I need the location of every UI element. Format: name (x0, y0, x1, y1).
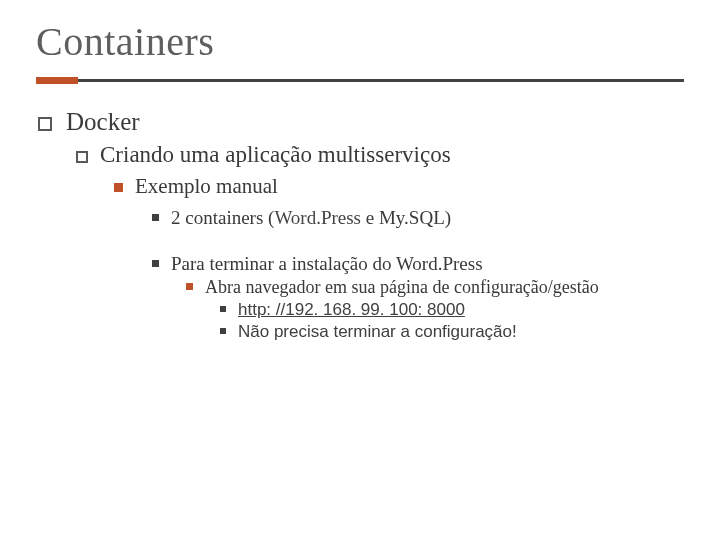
bullet-level4: 2 containers (Word.Press e My.SQL) (152, 207, 684, 229)
square-small-icon (152, 260, 159, 267)
text-part: 2 containers ( (171, 207, 274, 228)
square-filled-icon (114, 183, 123, 192)
bullet-level5: Abra navegador em sua página de configur… (186, 277, 684, 298)
url-text: http: //192. 168. 99. 100: 8000 (238, 300, 465, 319)
bullet-level1: Docker (38, 108, 684, 136)
level6-text: Não precisa terminar a configuração! (238, 322, 517, 341)
spacer (36, 231, 684, 245)
square-tiny-icon (220, 306, 226, 312)
level1-text: Docker (66, 108, 140, 135)
highlight-text: Word.Press (274, 207, 361, 228)
bullet-level2: Criando uma aplicação multisserviços (76, 142, 684, 168)
level3-text: Exemplo manual (135, 174, 278, 198)
bullet-level3: Exemplo manual (114, 174, 684, 199)
title-rule (36, 79, 684, 82)
level2-text: Criando uma aplicação multisserviços (100, 142, 451, 167)
slide-title: Containers (36, 18, 684, 65)
level5-text: Abra navegador em sua página de configur… (205, 277, 599, 297)
bullet-level6: Não precisa terminar a configuração! (220, 322, 684, 342)
bullet-level6: http: //192. 168. 99. 100: 8000 (220, 300, 684, 320)
level4-text: Para terminar a instalação do Word.Press (171, 253, 483, 274)
square-small-icon (186, 283, 193, 290)
square-small-icon (152, 214, 159, 221)
text-part: e My.SQL) (361, 207, 451, 228)
slide: Containers Docker Criando uma aplicação … (0, 0, 720, 342)
square-outline-icon (38, 117, 52, 131)
level4-text: 2 containers (Word.Press e My.SQL) (171, 207, 451, 228)
square-tiny-icon (220, 328, 226, 334)
square-outline-icon (76, 151, 88, 163)
bullet-level4: Para terminar a instalação do Word.Press (152, 253, 684, 275)
